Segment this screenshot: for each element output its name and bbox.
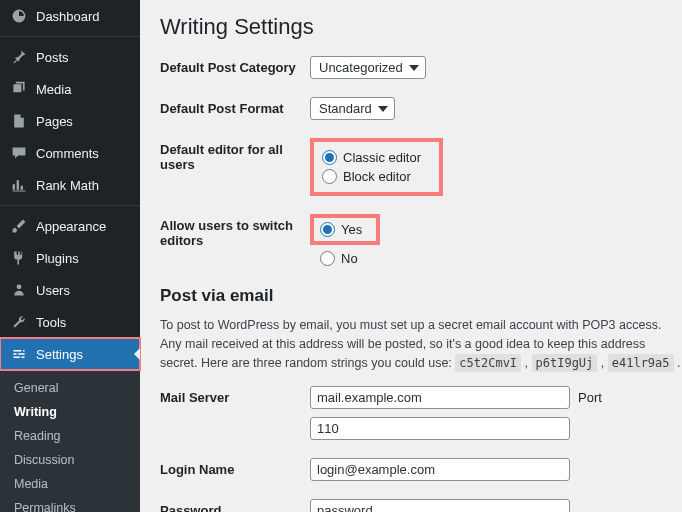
radio-yes-input[interactable] bbox=[320, 222, 335, 237]
dashboard-icon bbox=[10, 7, 28, 25]
sidebar-item-pages[interactable]: Pages bbox=[0, 105, 140, 137]
sidebar-item-rankmath[interactable]: Rank Math bbox=[0, 169, 140, 201]
port-input[interactable] bbox=[310, 417, 570, 440]
sidebar-item-comments[interactable]: Comments bbox=[0, 137, 140, 169]
sidebar-item-dashboard[interactable]: Dashboard bbox=[0, 0, 140, 32]
submenu-item-general[interactable]: General bbox=[0, 376, 140, 400]
sidebar-item-label: Rank Math bbox=[36, 178, 99, 193]
media-icon bbox=[10, 80, 28, 98]
login-name-label: Login Name bbox=[160, 458, 310, 477]
radio-classic-editor[interactable]: Classic editor bbox=[322, 148, 421, 167]
default-format-label: Default Post Format bbox=[160, 97, 310, 116]
post-via-email-heading: Post via email bbox=[160, 286, 682, 306]
sidebar-item-appearance[interactable]: Appearance bbox=[0, 210, 140, 242]
sidebar-item-label: Settings bbox=[36, 347, 83, 362]
port-label: Port bbox=[578, 390, 602, 405]
radio-no-input[interactable] bbox=[320, 251, 335, 266]
sidebar-item-label: Posts bbox=[36, 50, 69, 65]
post-via-email-desc: To post to WordPress by email, you must … bbox=[160, 316, 682, 372]
plug-icon bbox=[10, 249, 28, 267]
sidebar-item-media[interactable]: Media bbox=[0, 73, 140, 105]
wrench-icon bbox=[10, 313, 28, 331]
sliders-icon bbox=[10, 345, 28, 363]
sidebar-item-label: Media bbox=[36, 82, 71, 97]
page-icon bbox=[10, 112, 28, 130]
comment-icon bbox=[10, 144, 28, 162]
main-content: Writing Settings Default Post Category U… bbox=[140, 0, 682, 512]
sidebar-item-label: Comments bbox=[36, 146, 99, 161]
default-format-select[interactable]: Standard bbox=[310, 97, 395, 120]
password-input[interactable] bbox=[310, 499, 570, 512]
settings-submenu: General Writing Reading Discussion Media… bbox=[0, 370, 140, 512]
sidebar-item-plugins[interactable]: Plugins bbox=[0, 242, 140, 274]
submenu-item-discussion[interactable]: Discussion bbox=[0, 448, 140, 472]
default-editor-label: Default editor for all users bbox=[160, 138, 310, 172]
mail-server-label: Mail Server bbox=[160, 386, 310, 405]
brush-icon bbox=[10, 217, 28, 235]
password-label: Password bbox=[160, 499, 310, 512]
submenu-item-permalinks[interactable]: Permalinks bbox=[0, 496, 140, 512]
sidebar-item-label: Tools bbox=[36, 315, 66, 330]
svg-point-0 bbox=[17, 284, 22, 289]
sidebar-item-label: Plugins bbox=[36, 251, 79, 266]
radio-switch-no[interactable]: No bbox=[310, 249, 358, 268]
sidebar-item-users[interactable]: Users bbox=[0, 274, 140, 306]
pin-icon bbox=[10, 48, 28, 66]
sidebar-item-label: Users bbox=[36, 283, 70, 298]
sidebar-item-label: Dashboard bbox=[36, 9, 100, 24]
radio-label: Yes bbox=[341, 222, 362, 237]
radio-classic-input[interactable] bbox=[322, 150, 337, 165]
default-category-select[interactable]: Uncategorized bbox=[310, 56, 426, 79]
radio-label: Block editor bbox=[343, 169, 411, 184]
editor-highlight: Classic editor Block editor bbox=[310, 138, 443, 196]
radio-switch-yes[interactable]: Yes bbox=[320, 220, 362, 239]
sidebar-item-settings[interactable]: Settings bbox=[0, 338, 140, 370]
sidebar-item-label: Pages bbox=[36, 114, 73, 129]
switch-highlight: Yes bbox=[310, 214, 380, 245]
submenu-item-reading[interactable]: Reading bbox=[0, 424, 140, 448]
chart-icon bbox=[10, 176, 28, 194]
sidebar-item-posts[interactable]: Posts bbox=[0, 41, 140, 73]
admin-sidebar: Dashboard Posts Media Pages Comments R bbox=[0, 0, 140, 512]
users-icon bbox=[10, 281, 28, 299]
default-category-label: Default Post Category bbox=[160, 56, 310, 75]
submenu-item-writing[interactable]: Writing bbox=[0, 400, 140, 424]
radio-label: Classic editor bbox=[343, 150, 421, 165]
login-name-input[interactable] bbox=[310, 458, 570, 481]
radio-block-editor[interactable]: Block editor bbox=[322, 167, 421, 186]
submenu-item-media[interactable]: Media bbox=[0, 472, 140, 496]
sidebar-item-label: Appearance bbox=[36, 219, 106, 234]
mail-server-input[interactable] bbox=[310, 386, 570, 409]
page-title: Writing Settings bbox=[160, 14, 682, 40]
radio-label: No bbox=[341, 251, 358, 266]
radio-block-input[interactable] bbox=[322, 169, 337, 184]
sidebar-item-tools[interactable]: Tools bbox=[0, 306, 140, 338]
allow-switch-label: Allow users to switch editors bbox=[160, 214, 310, 248]
